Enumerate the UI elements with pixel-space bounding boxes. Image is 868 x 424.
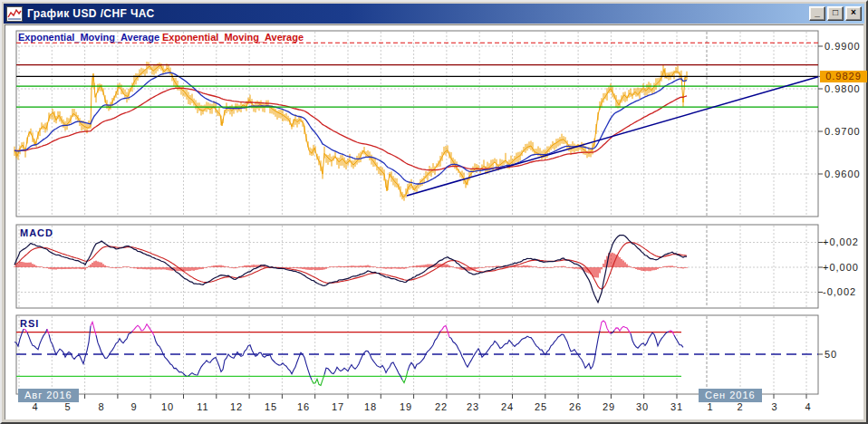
- date-label: 23: [467, 401, 479, 412]
- price-tick-label: 0.9700: [825, 126, 861, 137]
- chart-window: График USD /CHF ЧАС _ □ × Exponential_Mo…: [0, 0, 868, 424]
- date-label: 5: [64, 401, 71, 412]
- close-button[interactable]: ×: [845, 6, 862, 21]
- titlebar-buttons: _ □ ×: [809, 6, 862, 21]
- date-label: 15: [265, 401, 277, 412]
- date-label: 11: [197, 401, 208, 412]
- current-price-tag: 0.9829: [820, 71, 867, 82]
- minimize-button[interactable]: _: [809, 6, 825, 21]
- chart-client-area[interactable]: [5, 24, 863, 419]
- date-label: 12: [230, 401, 243, 412]
- date-label: 25: [535, 401, 547, 412]
- date-label: 19: [400, 401, 412, 412]
- month-badge-aug: Авг 2016: [18, 389, 79, 402]
- window-icon: [6, 6, 23, 22]
- date-label: 18: [364, 401, 377, 412]
- date-label: 10: [161, 401, 174, 412]
- ema-label-2[interactable]: Exponential_Moving_Average: [162, 32, 304, 43]
- date-label: 9: [130, 401, 137, 412]
- date-label: 4: [32, 401, 38, 412]
- date-label: 24: [501, 401, 514, 412]
- macd-tick-label: -0,002: [823, 286, 856, 297]
- date-label: 16: [297, 401, 310, 412]
- ema-label-1[interactable]: Exponential_Moving_Average: [18, 32, 159, 43]
- rsi-tick-label: 50: [825, 349, 837, 360]
- macd-tick-label: +0,002: [823, 236, 859, 247]
- date-label: 31: [670, 401, 683, 412]
- price-tick-label: 0.9900: [825, 41, 861, 52]
- date-label: 1: [707, 401, 713, 412]
- date-label: 8: [98, 401, 104, 412]
- macd-tick-label: +0,000: [823, 262, 859, 273]
- date-label: 17: [332, 401, 344, 412]
- date-label: 30: [636, 401, 649, 412]
- date-label: 3: [771, 401, 777, 412]
- macd-panel-label[interactable]: MACD: [20, 227, 53, 238]
- rsi-panel-label[interactable]: RSI: [20, 318, 39, 329]
- price-tick-label: 0.9600: [825, 169, 861, 179]
- title-bar[interactable]: График USD /CHF ЧАС _ □ ×: [4, 4, 864, 24]
- date-label: 29: [603, 401, 615, 412]
- price-tick-label: 0.9800: [825, 83, 861, 94]
- window-title: График USD /CHF ЧАС: [27, 7, 809, 20]
- date-label: 22: [435, 401, 448, 412]
- month-badge-sep: Сен 2016: [699, 389, 762, 402]
- maximize-button[interactable]: □: [827, 6, 844, 21]
- date-label: 4: [805, 401, 811, 412]
- date-label: 2: [737, 401, 743, 412]
- date-label: 26: [569, 401, 582, 412]
